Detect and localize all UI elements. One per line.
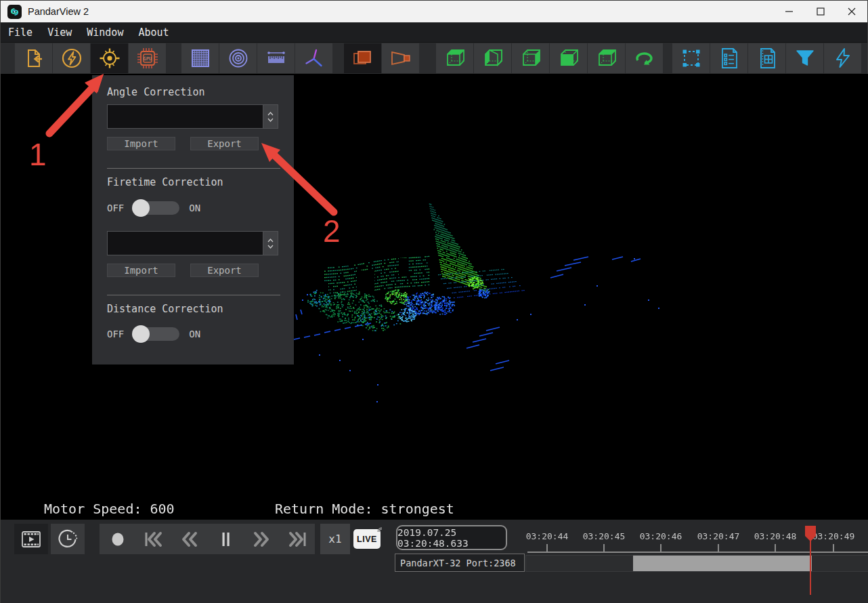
speed-label: x1 (328, 533, 341, 545)
firetime-correction-title: Firetime Correction (107, 176, 223, 188)
select-area-icon (679, 46, 703, 70)
pause-button[interactable] (207, 524, 243, 554)
menu-about[interactable]: About (131, 22, 176, 42)
view-cube-right-icon (557, 46, 581, 70)
menu-view[interactable]: View (40, 22, 79, 42)
buffer-track[interactable] (525, 555, 868, 572)
point-table-button[interactable] (748, 43, 785, 73)
timeline-tick-label: 03:20:46 (634, 531, 688, 541)
spinner-down-icon (267, 245, 274, 249)
flash-button[interactable] (824, 43, 861, 73)
menu-window[interactable]: Window (79, 22, 131, 42)
return-mode-label: Return Mode: strongest (275, 501, 454, 517)
window-title: PandarView 2 (28, 6, 89, 17)
timeline-tick (660, 544, 661, 552)
skip-end-icon (286, 529, 308, 549)
grid-icon (189, 47, 212, 70)
energy-button[interactable] (53, 43, 90, 73)
angle-import-button[interactable]: Import (107, 137, 175, 150)
calibration-button[interactable] (91, 43, 128, 73)
firetime-correction-combo (107, 231, 278, 255)
angle-correction-spinner[interactable] (263, 105, 278, 128)
flash-icon (831, 46, 855, 70)
status-bar: Motor Speed: 600 Return Mode: strongest (1, 501, 868, 517)
energy-icon (60, 47, 83, 70)
axes-button[interactable] (295, 43, 332, 73)
film-icon (20, 529, 42, 549)
filter-icon (793, 46, 817, 70)
gpu-button[interactable]: GPU (129, 43, 166, 73)
projection-orthographic-button[interactable] (382, 43, 419, 73)
distance-on-label: ON (189, 329, 200, 339)
firetime-off-label: OFF (107, 203, 124, 213)
timeline-tick (718, 544, 719, 552)
distance-toggle-row: OFF ON (107, 327, 200, 341)
firetime-correction-spinner[interactable] (263, 232, 278, 255)
rotate-view-button[interactable] (626, 43, 663, 73)
firetime-import-button[interactable]: Import (107, 264, 175, 277)
correction-panel: Angle Correction Import Export Firetime … (92, 75, 294, 365)
ruler-button[interactable] (257, 43, 295, 73)
live-button[interactable]: LIVE (353, 529, 381, 549)
clock-icon (56, 528, 79, 551)
angle-correction-title: Angle Correction (107, 86, 205, 98)
angle-export-button[interactable]: Export (190, 137, 259, 150)
view-cube-left-icon (519, 46, 543, 70)
firetime-correction-input[interactable] (108, 232, 263, 255)
distance-off-label: OFF (107, 329, 124, 339)
firetime-toggle-knob (132, 199, 150, 217)
view-cube-front-icon (443, 46, 467, 70)
point-list-icon (717, 46, 741, 70)
menu-bar: File View Window About (1, 22, 867, 43)
skip-end-button[interactable] (279, 524, 315, 554)
record-button[interactable] (100, 524, 135, 554)
close-button[interactable] (836, 1, 867, 22)
spinner-up-icon (267, 112, 274, 116)
app-logo-icon (7, 5, 22, 19)
distance-toggle[interactable] (133, 327, 179, 341)
timeline-axis (527, 552, 868, 553)
panel-divider (107, 168, 280, 169)
rings-button[interactable] (219, 43, 257, 73)
view-cube-front-button[interactable] (436, 43, 473, 73)
live-label: LIVE (357, 535, 377, 544)
firetime-export-button[interactable]: Export (190, 264, 259, 277)
view-cube-top-button[interactable] (588, 43, 625, 73)
rotate-view-icon (632, 46, 657, 70)
axes-icon (303, 47, 326, 70)
angle-correction-input[interactable] (108, 105, 263, 128)
select-area-button[interactable] (672, 43, 710, 73)
record-file-button[interactable] (14, 524, 48, 554)
point-table-icon (755, 46, 779, 70)
rewind-button[interactable] (171, 524, 207, 554)
skip-start-button[interactable] (135, 524, 171, 554)
grid-button[interactable] (181, 43, 219, 73)
timeline-tick (546, 544, 548, 552)
firetime-on-label: ON (189, 203, 200, 213)
buffered-region (633, 556, 812, 571)
timestamp-field[interactable]: 2019.07.25 03:20:48.633 (396, 525, 507, 550)
pause-icon (215, 529, 236, 549)
view-cube-back-button[interactable] (474, 43, 511, 73)
fast-forward-button[interactable] (243, 524, 279, 554)
timer-button[interactable] (51, 524, 85, 554)
view-cube-left-button[interactable] (512, 43, 549, 73)
menu-file[interactable]: File (1, 22, 40, 42)
rewind-icon (179, 529, 200, 549)
view-cube-right-button[interactable] (550, 43, 587, 73)
fast-forward-icon (251, 529, 272, 549)
open-file-button[interactable] (15, 43, 52, 73)
firetime-toggle[interactable] (133, 201, 179, 215)
rings-icon (227, 47, 250, 70)
playhead-handle[interactable] (805, 526, 816, 544)
maximize-button[interactable] (805, 1, 836, 22)
filter-button[interactable] (786, 43, 823, 73)
projection-perspective-button[interactable] (344, 43, 381, 73)
timeline-tick (775, 544, 776, 552)
minimize-button[interactable] (774, 1, 805, 22)
timeline-tick (833, 544, 834, 552)
view-cube-top-icon (594, 46, 619, 70)
point-list-button[interactable] (710, 43, 747, 73)
timeline-tick-label: 03:20:47 (691, 531, 745, 541)
speed-button[interactable]: x1 (320, 524, 350, 554)
